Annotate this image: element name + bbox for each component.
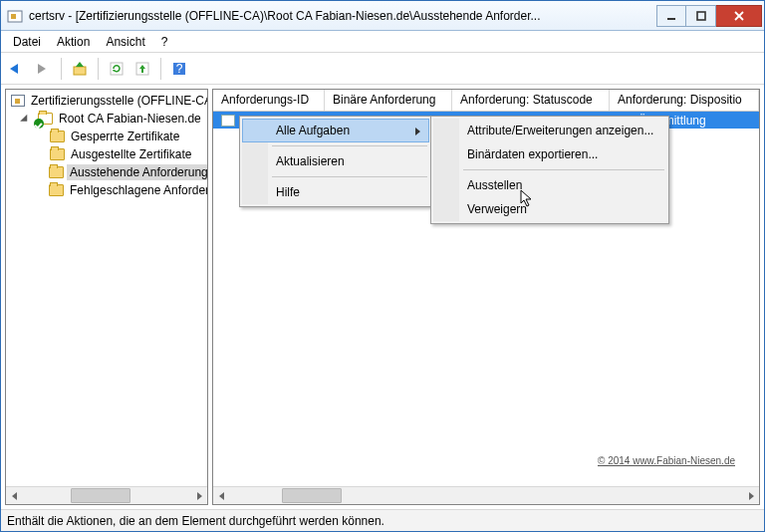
list-body[interactable]: 2 -----BEGIN NEW CE... Der Vorgang wurde… [213, 112, 759, 486]
refresh-button[interactable] [105, 57, 128, 81]
request-icon [221, 115, 235, 127]
svg-marker-6 [10, 64, 18, 74]
menu-file[interactable]: Datei [7, 33, 47, 51]
ctx-deny[interactable]: Verweigern [433, 197, 666, 221]
tree[interactable]: Zertifizierungsstelle (OFFLINE-CA) Root … [6, 90, 207, 486]
minimize-button[interactable] [656, 5, 686, 27]
tree-node-failed[interactable]: Fehlgeschlagene Anforderungen [6, 181, 207, 199]
status-text: Enthält die Aktionen, die an dem Element… [7, 514, 384, 528]
ca-icon [37, 111, 53, 127]
scroll-right-icon[interactable] [190, 487, 207, 504]
toolbar: ? [1, 53, 764, 85]
tree-root[interactable]: Zertifizierungsstelle (OFFLINE-CA) [6, 92, 207, 110]
tree-pane: Zertifizierungsstelle (OFFLINE-CA) Root … [5, 89, 208, 505]
title-bar: certsrv - [Zertifizierungsstelle (OFFLIN… [1, 1, 764, 31]
scroll-thumb[interactable] [282, 488, 342, 503]
svg-marker-9 [76, 62, 84, 67]
menu-bar: Datei Aktion Ansicht ? [1, 31, 764, 53]
svg-marker-16 [12, 492, 17, 500]
tree-node-revoked[interactable]: Gesperrte Zertifikate [6, 128, 207, 145]
folder-icon [49, 164, 64, 180]
certsrv-icon [11, 93, 25, 109]
folder-icon [49, 146, 65, 162]
column-request-id[interactable]: Anforderungs-ID [213, 90, 325, 111]
menu-action[interactable]: Aktion [51, 33, 96, 51]
scroll-right-icon[interactable] [742, 487, 759, 504]
toolbar-separator [98, 58, 99, 80]
export-list-button[interactable] [130, 57, 154, 81]
forward-button[interactable] [31, 57, 55, 81]
column-binary-request[interactable]: Binäre Anforderung [325, 90, 452, 111]
menu-view[interactable]: Ansicht [100, 33, 150, 51]
tree-hscrollbar[interactable] [6, 486, 207, 504]
svg-marker-19 [219, 492, 224, 500]
app-icon [7, 8, 23, 24]
scroll-left-icon[interactable] [213, 487, 230, 504]
ctx-issue[interactable]: Ausstellen [433, 173, 666, 197]
toolbar-separator [61, 58, 62, 80]
svg-rect-1 [11, 14, 16, 19]
copyright-text: © 2014 www.Fabian-Niesen.de [598, 455, 735, 466]
list-header: Anforderungs-ID Binäre Anforderung Anfor… [213, 90, 759, 112]
svg-rect-10 [111, 63, 123, 75]
context-menu: Alle Aufgaben Aktualisieren Hilfe [239, 116, 432, 207]
ctx-export-binary[interactable]: Binärdaten exportieren... [433, 142, 666, 166]
tree-node-pending[interactable]: Ausstehende Anforderungen [6, 163, 207, 181]
ctx-help[interactable]: Hilfe [242, 180, 429, 204]
caption-buttons [656, 5, 762, 27]
scroll-thumb[interactable] [71, 488, 130, 503]
content: Zertifizierungsstelle (OFFLINE-CA) Root … [1, 85, 764, 509]
window-title: certsrv - [Zertifizierungsstelle (OFFLIN… [29, 9, 656, 23]
chevron-down-icon[interactable] [22, 113, 34, 125]
column-status-code[interactable]: Anforderung: Statuscode [452, 90, 610, 111]
svg-rect-2 [667, 18, 675, 20]
svg-text:?: ? [176, 62, 183, 76]
context-submenu-all-tasks: Attribute/Erweiterungen anzeigen... Binä… [430, 116, 669, 224]
close-button[interactable] [716, 5, 762, 27]
scroll-left-icon[interactable] [6, 487, 23, 504]
svg-marker-17 [197, 492, 202, 500]
ctx-refresh[interactable]: Aktualisieren [242, 149, 429, 173]
svg-marker-7 [38, 64, 46, 74]
svg-rect-3 [697, 12, 705, 20]
list-hscrollbar[interactable] [213, 486, 759, 504]
tree-ca[interactable]: Root CA Fabian-Niesen.de [6, 110, 207, 128]
up-button[interactable] [68, 57, 92, 81]
chevron-right-icon [415, 128, 420, 135]
maximize-button[interactable] [686, 5, 716, 27]
menu-help[interactable]: ? [155, 33, 174, 51]
svg-marker-20 [749, 492, 754, 500]
tree-node-issued[interactable]: Ausgestellte Zertifikate [6, 145, 207, 163]
svg-rect-8 [74, 67, 86, 75]
list-pane: Anforderungs-ID Binäre Anforderung Anfor… [212, 89, 760, 505]
toolbar-separator [160, 58, 161, 80]
folder-icon [49, 182, 64, 198]
ctx-all-tasks[interactable]: Alle Aufgaben [242, 119, 429, 142]
column-disposition[interactable]: Anforderung: Dispositio [610, 90, 759, 111]
help-button[interactable]: ? [167, 57, 191, 81]
ctx-view-attributes[interactable]: Attribute/Erweiterungen anzeigen... [433, 119, 666, 142]
status-bar: Enthält die Aktionen, die an dem Element… [1, 509, 764, 531]
app-window: certsrv - [Zertifizierungsstelle (OFFLIN… [0, 0, 765, 532]
folder-icon [49, 129, 65, 144]
back-button[interactable] [5, 57, 29, 81]
